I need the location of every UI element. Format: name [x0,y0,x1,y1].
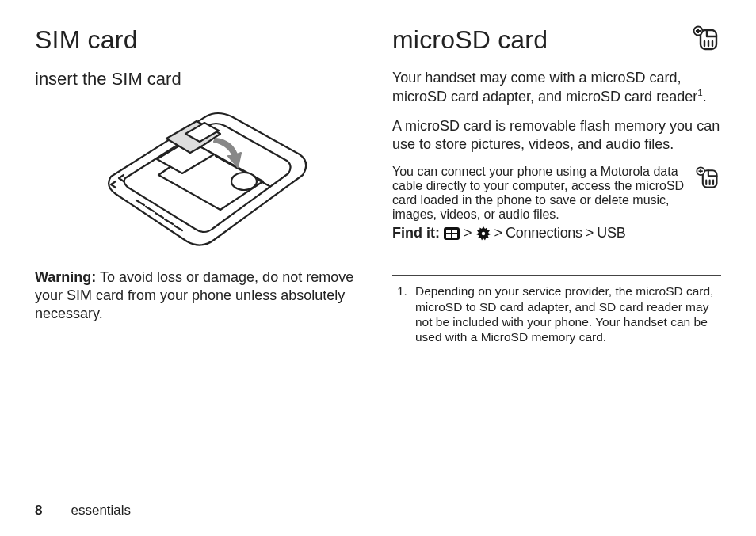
sim-card-heading: SIM card [35,25,364,55]
findit-usb: USB [597,225,625,241]
microsd-intro-paragraph: Your handset may come with a microSD car… [392,69,721,106]
sim-warning-paragraph: Warning: To avoid loss or damage, do not… [35,268,364,323]
p1-text-b: . [703,89,707,105]
findit-connections: Connections [506,225,582,241]
right-column: microSD card [392,25,721,345]
memory-card-plus-icon [691,25,721,55]
sim-insert-illustration [35,99,364,257]
svg-rect-19 [446,234,451,238]
memory-card-plus-icon [694,166,721,193]
left-column: SIM card insert the SIM card [35,25,364,345]
microsd-cable-paragraph: You can connect your phone using a Motor… [392,165,721,222]
microsd-description-paragraph: A microSD card is removable flash memory… [392,117,721,154]
svg-rect-17 [446,230,451,233]
footnote-rule [392,275,721,276]
settings-key-icon [475,226,491,241]
section-name: essentials [71,503,131,518]
sep-2: > [494,225,503,241]
find-it-label: Find it: [392,225,440,241]
svg-rect-18 [452,230,457,233]
microsd-heading: microSD card [392,25,548,55]
sep-1: > [464,225,472,241]
find-it-line: Find it: > [392,225,721,241]
menu-key-icon [443,226,460,241]
p1-text-a: Your handset may come with a microSD car… [392,70,697,105]
svg-point-1 [231,173,257,190]
svg-rect-20 [452,234,457,238]
insert-sim-subheading: insert the SIM card [35,69,364,89]
footnote-1: 1. Depending on your service provider, t… [392,283,721,345]
svg-point-22 [481,231,484,234]
footnote-text: Depending on your service provider, the … [415,283,721,345]
svg-rect-16 [444,227,460,240]
page-footer: 8essentials [35,503,131,519]
sep-3: > [586,225,594,241]
warning-label: Warning: [35,269,96,285]
p3-text: You can connect your phone using a Motor… [392,165,684,221]
footnote-number: 1. [397,283,407,345]
page-number: 8 [35,503,42,518]
